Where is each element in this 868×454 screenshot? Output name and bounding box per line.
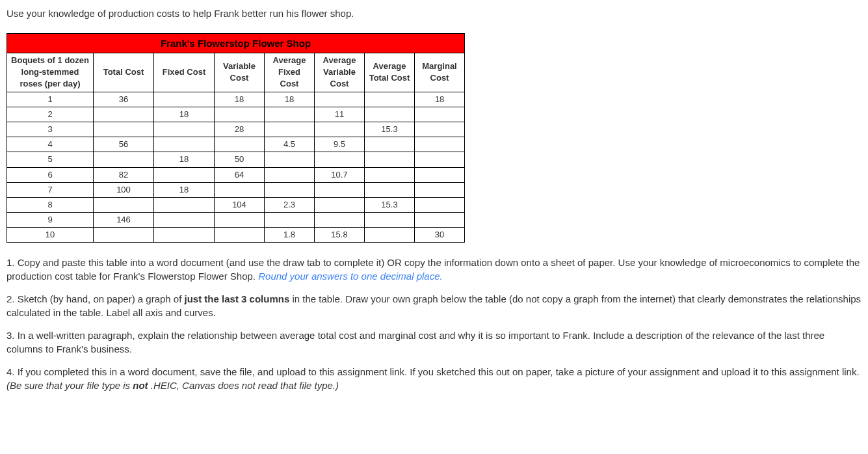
cell-tc — [94, 152, 154, 167]
cell-fc: 18 — [154, 107, 215, 122]
cell-qty: 3 — [7, 122, 94, 137]
table-row: 101.815.830 — [7, 228, 465, 243]
cell-avc: 15.8 — [315, 228, 365, 243]
cell-atc — [365, 167, 415, 182]
cell-afc: 18 — [265, 92, 315, 107]
question-3: 3. In a well-written paragraph, explain … — [7, 328, 861, 356]
cell-atc — [365, 152, 415, 167]
cell-afc: 1.8 — [265, 228, 315, 243]
cell-tc: 56 — [94, 137, 154, 152]
table-row: 136181818 — [7, 92, 465, 107]
table-row: 81042.315.3 — [7, 197, 465, 212]
cell-fc — [154, 167, 215, 182]
cell-tc — [94, 107, 154, 122]
cell-vc: 64 — [215, 167, 265, 182]
cell-avc — [315, 92, 365, 107]
header-mc: Marginal Cost — [415, 53, 465, 92]
cell-mc — [415, 107, 465, 122]
cell-fc — [154, 213, 215, 228]
table-row: 51850 — [7, 152, 465, 167]
cell-avc — [315, 122, 365, 137]
cell-vc — [215, 107, 265, 122]
cell-qty: 10 — [7, 228, 94, 243]
cell-atc — [365, 182, 415, 197]
cell-atc — [365, 228, 415, 243]
cell-vc — [215, 182, 265, 197]
cell-mc — [415, 137, 465, 152]
q2-bold: just the last 3 columns — [185, 293, 290, 304]
table-row: 4564.59.5 — [7, 137, 465, 152]
table-row: 21811 — [7, 107, 465, 122]
cell-afc — [265, 152, 315, 167]
cell-atc: 15.3 — [365, 197, 415, 212]
cell-tc: 100 — [94, 182, 154, 197]
cell-afc — [265, 167, 315, 182]
q2-num: 2. — [7, 293, 18, 304]
header-fc: Fixed Cost — [154, 53, 215, 92]
cell-tc: 146 — [94, 213, 154, 228]
cell-tc — [94, 197, 154, 212]
cell-avc: 9.5 — [315, 137, 365, 152]
cell-vc: 50 — [215, 152, 265, 167]
cell-fc — [154, 137, 215, 152]
cell-fc: 18 — [154, 152, 215, 167]
question-2: 2. Sketch (by hand, on paper) a graph of… — [7, 292, 861, 319]
header-qty: Boquets of 1 dozen long-stemmed roses (p… — [7, 53, 94, 92]
cell-fc — [154, 197, 215, 212]
cell-vc: 28 — [215, 122, 265, 137]
cell-tc: 82 — [94, 167, 154, 182]
q1-hint: Round your answers to one decimal place. — [258, 271, 443, 282]
q1-num: 1. — [7, 257, 18, 268]
header-atc: Average Total Cost — [365, 53, 415, 92]
cell-tc — [94, 122, 154, 137]
q3-text: In a well-written paragraph, explain the… — [7, 330, 824, 354]
cell-qty: 2 — [7, 107, 94, 122]
cell-afc — [265, 182, 315, 197]
cell-vc — [215, 228, 265, 243]
question-4: 4. If you completed this in a word docum… — [7, 365, 861, 392]
q4-italic-b: .HEIC, Canvas does not read that file ty… — [148, 380, 339, 391]
cell-atc — [365, 92, 415, 107]
cell-mc — [415, 167, 465, 182]
cell-qty: 7 — [7, 182, 94, 197]
header-tc: Total Cost — [94, 53, 154, 92]
cell-tc: 36 — [94, 92, 154, 107]
q3-num: 3. — [7, 330, 18, 341]
cell-atc — [365, 213, 415, 228]
cell-atc — [365, 137, 415, 152]
cell-mc — [415, 152, 465, 167]
question-1: 1. Copy and paste this table into a word… — [7, 256, 861, 283]
cell-fc — [154, 92, 215, 107]
cell-qty: 1 — [7, 92, 94, 107]
q4-text-a: If you completed this in a word document… — [18, 366, 860, 377]
cell-afc: 4.5 — [265, 137, 315, 152]
q2-text-a: Sketch (by hand, on paper) a graph of — [18, 293, 185, 304]
cell-qty: 5 — [7, 152, 94, 167]
table-row: 6826410.7 — [7, 167, 465, 182]
cell-vc — [215, 137, 265, 152]
cell-avc: 10.7 — [315, 167, 365, 182]
header-vc: Variable Cost — [215, 53, 265, 92]
q4-italic-a: (Be sure that your file type is — [7, 380, 133, 391]
cell-avc — [315, 152, 365, 167]
cell-atc: 15.3 — [365, 122, 415, 137]
q4-num: 4. — [7, 366, 18, 377]
table-title: Frank's Flowerstop Flower Shop — [7, 33, 465, 53]
cell-fc: 18 — [154, 182, 215, 197]
cell-avc — [315, 213, 365, 228]
cell-mc — [415, 122, 465, 137]
cell-mc — [415, 213, 465, 228]
cell-mc: 30 — [415, 228, 465, 243]
cell-afc — [265, 122, 315, 137]
cell-afc: 2.3 — [265, 197, 315, 212]
table-row: 32815.3 — [7, 122, 465, 137]
cell-qty: 6 — [7, 167, 94, 182]
cell-tc — [94, 228, 154, 243]
q4-bold: not — [133, 380, 148, 391]
table-row: 9146 — [7, 213, 465, 228]
cell-fc — [154, 122, 215, 137]
cell-avc — [315, 182, 365, 197]
cell-qty: 9 — [7, 213, 94, 228]
cell-qty: 8 — [7, 197, 94, 212]
table-row: 710018 — [7, 182, 465, 197]
